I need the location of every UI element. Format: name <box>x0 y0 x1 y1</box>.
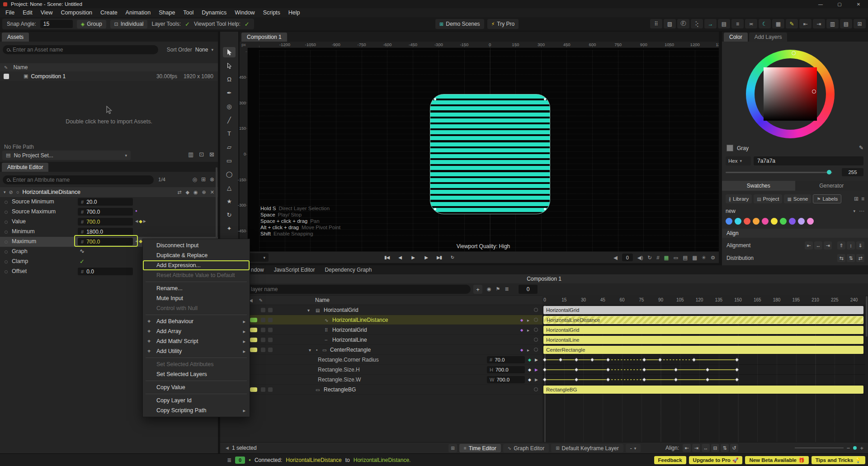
expand-icon[interactable]: ⊕ <box>202 189 206 195</box>
asset-search-field[interactable] <box>3 45 158 54</box>
layer-search-field[interactable] <box>222 285 471 294</box>
assets-empty-area[interactable]: Double click here to import Assets. <box>0 81 218 149</box>
layer-color-chip[interactable] <box>250 338 257 342</box>
stack-icon[interactable]: ≡ <box>731 19 744 28</box>
menu-window[interactable]: Window <box>231 8 259 17</box>
layer-row-horizontalgrid[interactable]: ⠿HorizontalGrid◆▸ <box>220 325 542 335</box>
dock-right-icon[interactable]: ⇥ <box>813 19 825 28</box>
loop-button[interactable]: ↻ <box>447 253 458 262</box>
eyedropper-icon[interactable]: ✎ <box>859 145 863 151</box>
layer-row-horizontalgrid[interactable]: ▾▤HorizontalGrid <box>220 305 542 315</box>
default-keyframe-layer-dropdown[interactable]: ⊞ Default Keyframe Layer <box>551 444 623 452</box>
current-frame-field[interactable]: 0 <box>519 285 538 294</box>
swatch-9[interactable] <box>807 218 814 225</box>
console-icon[interactable]: ≣ <box>227 457 231 463</box>
frame-badge-icon[interactable]: Ⓕ <box>677 19 689 28</box>
tl-align-start-icon[interactable]: ⇤ <box>683 444 691 452</box>
effects-icon[interactable]: ✳ <box>702 254 706 261</box>
swatch-set-dropdown[interactable]: new ▾ ⋯ <box>726 207 864 215</box>
ball-icon[interactable]: ◉ <box>487 286 491 292</box>
filter-dropdown[interactable]: - ▾ <box>626 444 641 452</box>
tab-generator[interactable]: Generator <box>795 181 868 191</box>
checkmark-icon[interactable]: ✓ <box>80 258 85 265</box>
timeline-track-horizontalgrid[interactable]: HorizontalGrid <box>542 325 865 335</box>
zoom-in-icon[interactable]: + <box>860 445 863 452</box>
saturation-value-picker[interactable] <box>764 67 817 121</box>
tab-ndow[interactable]: ndow <box>248 266 267 273</box>
close-icon[interactable]: ✕ <box>210 189 214 195</box>
distribute-h-icon[interactable]: ⇆ <box>837 254 845 262</box>
layer-color-chip[interactable] <box>250 318 257 322</box>
timeline-track-horizontallinedistance[interactable]: HorizontalLineDistance <box>542 315 865 325</box>
layers-icon[interactable]: ▤ <box>718 19 730 28</box>
alpha-slider-handle[interactable] <box>827 170 831 174</box>
next-key-icon[interactable]: ▶ <box>143 219 146 223</box>
swatch-4[interactable] <box>762 218 769 225</box>
key-next-icon[interactable]: ▶ <box>535 367 538 372</box>
grid-view-icon[interactable]: ⊞ <box>854 196 859 202</box>
grid-icon[interactable]: ⊞ <box>201 176 206 183</box>
key-diamond-icon[interactable]: ◆ <box>139 239 142 244</box>
menu-scripts[interactable]: Scripts <box>259 8 284 17</box>
asset-search-input[interactable] <box>13 47 154 53</box>
attr-value-field[interactable]: #0.0 <box>78 268 133 275</box>
scrollbar-thumb[interactable] <box>866 296 868 337</box>
expand-arrow-icon[interactable]: ▸ <box>527 317 529 322</box>
step-forward-button[interactable]: ▶ <box>420 253 432 262</box>
menu-item-duplicate-replace[interactable]: Duplicate & Replace <box>143 250 250 260</box>
key-next-icon[interactable]: ▶ <box>535 358 538 362</box>
solo-circle-icon[interactable] <box>534 387 538 391</box>
align-middle-icon[interactable]: ↕ <box>847 241 855 249</box>
library-button-project[interactable]: ▤Project <box>754 194 782 203</box>
layout-grid-icon[interactable]: ⊞ <box>854 19 866 28</box>
name-column-header[interactable]: Name <box>315 297 330 303</box>
link-icon[interactable]: ⇄ <box>177 189 181 195</box>
grid-toggle-icon[interactable]: # <box>656 255 659 260</box>
visibility-toggle[interactable] <box>268 308 273 312</box>
attribute-value-field[interactable]: W700.0 <box>487 376 525 383</box>
menu-item-copy-layer-id[interactable]: Copy Layer Id <box>143 395 250 405</box>
play-button[interactable]: ▶ <box>407 253 419 262</box>
frame-hold-box[interactable]: 0 <box>622 254 633 261</box>
tl-frame-icon[interactable]: ⊟ <box>711 444 719 452</box>
line-tool[interactable]: ╱ <box>223 115 236 125</box>
menu-create[interactable]: Create <box>96 8 122 17</box>
menu-item-disconnect-input[interactable]: Disconnect Input <box>143 240 250 250</box>
pen-icon[interactable]: ✎ <box>786 19 798 28</box>
mute-toggle[interactable] <box>261 348 265 352</box>
key-diamond-icon[interactable]: ◆ <box>528 358 531 362</box>
viewport-canvas[interactable]: Hold SDirect Layer SelectionSpacePlay/ S… <box>248 48 719 251</box>
attr-row-source-minimum[interactable]: Source Minimum#20.0 <box>0 197 218 207</box>
audio-icon[interactable]: ◀) <box>637 254 643 261</box>
swatch-5[interactable] <box>771 218 778 225</box>
selection-handle[interactable] <box>544 208 546 210</box>
group-button[interactable]: ◈ Group <box>77 20 106 28</box>
align-bottom-icon[interactable]: ⇓ <box>856 241 864 249</box>
mute-icon[interactable]: ◀ <box>613 254 618 261</box>
menu-animation[interactable]: Animation <box>122 8 155 17</box>
solo-circle-icon[interactable] <box>534 328 538 332</box>
menu-view[interactable]: View <box>37 8 57 17</box>
safe-areas-icon[interactable]: ▦ <box>664 254 669 261</box>
layer-bar[interactable]: HorizontalLineDistance <box>543 316 863 324</box>
sort-order-control[interactable]: Sort Order None ▾ <box>167 47 213 53</box>
step-back-button[interactable]: ◀ <box>394 253 406 262</box>
alpha-value-field[interactable]: 255 <box>842 168 863 176</box>
display-mode-icon[interactable]: ▭ <box>673 254 678 261</box>
attribute-value-field[interactable]: H700.0 <box>487 366 525 373</box>
close-button[interactable]: ✕ <box>849 0 868 8</box>
striped-rectangle-shape[interactable] <box>430 94 550 214</box>
hex-value-field[interactable]: 7a7a7a <box>754 156 863 165</box>
disclosure-icon[interactable]: ▾ <box>307 307 310 312</box>
more-options-icon[interactable]: ⋯ <box>859 208 864 214</box>
go-to-start-button[interactable]: ▮◀ <box>381 253 392 262</box>
layer-row-horizontallinedistance[interactable]: ∿HorizontalLineDistance◆▸ <box>220 315 542 325</box>
snap-angle-input[interactable]: 15 <box>40 20 73 28</box>
tab-attribute-editor[interactable]: Attribute Editor <box>2 163 48 172</box>
filter-icon[interactable]: ≣ <box>505 286 509 292</box>
star-tool[interactable]: ★ <box>223 196 236 207</box>
library-button-scene[interactable]: ▦Scene <box>784 194 811 203</box>
camera-tool[interactable]: ◎ <box>223 101 236 112</box>
refresh-icon[interactable]: ↻ <box>648 254 652 261</box>
name-column-header[interactable]: Name <box>13 64 28 71</box>
